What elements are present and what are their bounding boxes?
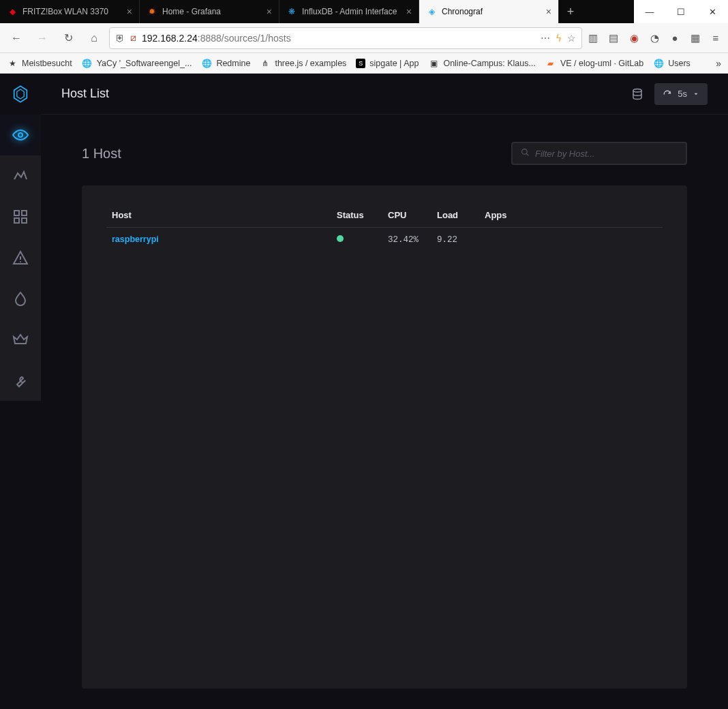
sipgate-icon: S [356,59,365,68]
sidebar-item-explorer[interactable] [0,155,41,196]
address-bar[interactable]: ⛨ ⧄ 192.168.2.24:8888/sources/1/hosts ⋯ … [109,27,582,49]
browser-tab[interactable]: ✹ Home - Grafana × [140,0,279,23]
chevron-down-icon [693,91,699,97]
bookmark-item[interactable]: ▰VE / elog-uml · GitLab [545,58,643,69]
sidebar-item-dashboards[interactable] [0,196,41,237]
refresh-label: 5s [678,89,687,99]
svg-rect-5 [14,218,19,223]
tab-title: Home - Grafana [162,7,262,16]
chronograf-logo-icon [11,85,30,104]
globe-icon: 🌐 [82,58,93,69]
database-selector-button[interactable] [626,82,649,106]
host-filter[interactable] [511,142,687,165]
status-indicator-icon [337,235,344,242]
close-window-button[interactable]: ✕ [697,0,728,23]
bookmarks-bar: ★Meistbesucht 🌐YaCy '_Softwareengel_... … [0,53,728,74]
page-title: Host List [61,87,109,101]
gitlab-icon: ▰ [545,58,556,69]
cpu-value: 32.42% [382,228,431,252]
drop-icon [12,290,29,307]
tab-title: InfluxDB - Admin Interface [302,7,401,16]
eye-icon [12,127,29,143]
bookmark-item[interactable]: ⋔three.js / examples [260,58,346,69]
ellipsis-icon[interactable]: ⋯ [541,33,550,44]
svg-rect-4 [22,211,27,215]
bookmark-item[interactable]: ★Meistbesucht [7,58,72,69]
home-button[interactable]: ⌂ [83,27,105,49]
new-tab-button[interactable]: + [559,0,582,23]
window-controls: — ☐ ✕ [634,0,728,23]
bookmark-item[interactable]: 🌐YaCy '_Softwareengel_... [82,58,192,69]
svg-marker-1 [17,89,25,99]
browser-tab[interactable]: ❋ InfluxDB - Admin Interface × [279,0,419,23]
minimize-button[interactable]: — [634,0,665,23]
lock-strike-icon[interactable]: ⧄ [130,32,136,44]
load-value: 9.22 [431,228,479,252]
browser-titlebar: ◆ FRITZ!Box WLAN 3370 × ✹ Home - Grafana… [0,0,728,23]
extension-icon-1[interactable]: ◔ [648,31,661,45]
reader-icon[interactable]: ▤ [607,31,620,45]
tab-close-icon[interactable]: × [267,6,272,17]
col-header-cpu[interactable]: CPU [382,203,431,228]
dashboard-icon [12,209,29,225]
tab-close-icon[interactable]: × [406,6,412,17]
bookmark-item[interactable]: ▣Online-Campus: Klaus... [428,58,535,69]
tab-close-icon[interactable]: × [546,6,551,17]
adblock-icon[interactable]: ◉ [627,31,641,45]
sidebar-item-alerts[interactable] [0,237,41,278]
hosts-table: Host Status CPU Load Apps raspberrypi [106,203,663,252]
app-header: Host List 5s [41,74,728,115]
star-icon[interactable]: ☆ [567,33,576,44]
sidebar-item-hosts[interactable] [0,115,41,155]
sidebar [0,115,41,401]
bookmarks-overflow-icon[interactable]: » [716,58,721,69]
forward-button[interactable]: → [31,27,53,49]
tab-title: FRITZ!Box WLAN 3370 [22,7,122,16]
app-logo[interactable] [0,74,41,115]
col-header-status[interactable]: Status [331,203,382,228]
col-header-load[interactable]: Load [431,203,479,228]
reload-button[interactable]: ↻ [57,27,79,49]
influx-favicon-icon: ❋ [286,6,297,17]
graph-icon [12,168,29,184]
back-button[interactable]: ← [5,27,27,49]
globe-icon: 🌐 [653,58,664,69]
database-icon [631,88,643,100]
fritz-favicon-icon: ◆ [7,6,18,17]
bookmark-item[interactable]: Ssipgate | App [356,59,419,68]
alert-icon [12,250,29,266]
qr-icon[interactable]: ▦ [688,31,702,45]
tab-title: Chronograf [442,7,541,16]
bookmark-item[interactable]: 🌐Users [653,58,691,69]
host-link[interactable]: raspberrypi [112,235,159,244]
svg-rect-3 [14,211,19,215]
col-header-apps[interactable]: Apps [479,203,663,228]
table-row: raspberrypi 32.42% 9.22 [106,228,663,252]
sidebar-item-config[interactable] [0,360,41,401]
sidebar-item-admin[interactable] [0,319,41,360]
crown-icon [12,331,29,348]
svg-marker-0 [14,86,27,102]
browser-tab[interactable]: ◆ FRITZ!Box WLAN 3370 × [0,0,140,23]
tab-close-icon[interactable]: × [127,6,132,17]
wrench-icon [12,372,29,389]
library-icon[interactable]: ▥ [586,31,600,45]
browser-tab-active[interactable]: ◈ Chronograf × [419,0,559,23]
menu-icon[interactable]: ≡ [709,31,723,45]
star-icon: ★ [7,58,18,69]
bookmark-item[interactable]: 🌐Redmine [201,58,250,69]
svg-rect-6 [22,218,27,223]
lightning-icon[interactable]: ϟ [556,33,562,44]
extension-icon-2[interactable]: ● [668,31,682,45]
svg-line-11 [526,153,528,155]
autorefresh-selector[interactable]: 5s [654,83,708,105]
maximize-button[interactable]: ☐ [665,0,697,23]
url-text: 192.168.2.24:8888/sources/1/hosts [142,33,535,44]
refresh-icon [663,89,672,99]
sidebar-item-logs[interactable] [0,278,41,319]
filter-input[interactable] [535,149,678,159]
search-icon [521,148,530,159]
col-header-host[interactable]: Host [106,203,331,228]
globe-icon: 🌐 [201,58,212,69]
shield-icon[interactable]: ⛨ [115,33,125,44]
